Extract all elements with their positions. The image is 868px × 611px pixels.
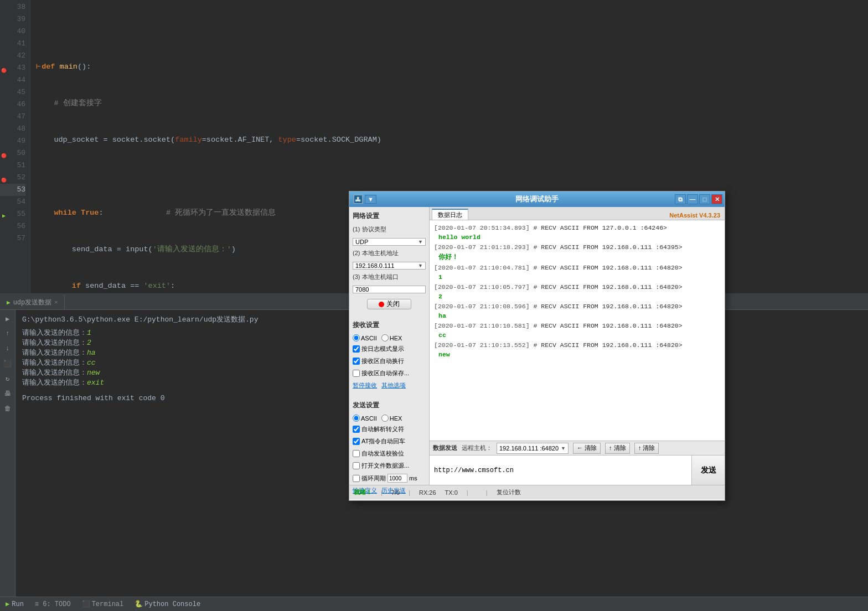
log-entry-1: [2020-01-07 20:51:34.893] # RECV ASCII F… [434, 224, 720, 232]
sidebar-down-btn[interactable]: ↓ [2, 343, 14, 355]
other-opts-link[interactable]: 其他选项 [381, 381, 406, 390]
send-button[interactable]: 发送 [691, 455, 725, 485]
gutter-51: 51 [0, 159, 25, 172]
net-title-controls: ⧉ — □ ✕ [675, 194, 722, 204]
net-menu-btn[interactable]: ▼ [365, 195, 376, 204]
net-close-btn-title[interactable]: ✕ [711, 194, 722, 204]
log-data-5: ha [438, 312, 720, 319]
close-btn-label: 关闭 [386, 299, 400, 309]
log-entry-5: [2020-01-07 21:10:08.596] # RECV ASCII F… [434, 302, 720, 311]
network-settings-title: 网络设置 [353, 211, 426, 221]
send-btn-label: 发送 [701, 465, 716, 475]
gutter-45: 45 [0, 86, 25, 99]
python-console-label: Python Console [144, 600, 200, 608]
status-run-btn[interactable]: ▶ Run [6, 600, 24, 608]
open-file-check[interactable]: 打开文件数据源... [353, 462, 426, 470]
net-assist-window: 🖧 ▼ 网络调试助手 ⧉ — □ ✕ 网络设置 (1) 协议类型 UDP ▼ (… [349, 191, 725, 501]
send-hex-label: HEX [390, 415, 402, 422]
sidebar-rerun-btn[interactable]: ↻ [2, 372, 14, 385]
tab-run-label: udp发送数据 [13, 298, 52, 307]
net-send-top: 数据发送 远程主机： 192.168.0.111 :64820 ▼ ← 清除 ↑… [430, 441, 725, 455]
gutter-52[interactable]: 52 [0, 172, 25, 184]
sidebar-print-btn[interactable]: 🖶 [2, 387, 14, 400]
remote-host-select[interactable]: 192.168.0.111 :64820 ▼ [497, 443, 569, 454]
net-right-panel: 数据日志 NetAssist V4.3.23 [2020-01-07 20:51… [430, 207, 725, 485]
tab-close-icon[interactable]: ✕ [54, 299, 58, 306]
gutter-46: 46 [0, 99, 25, 111]
ascii-radio[interactable]: ASCII [353, 334, 377, 341]
gutter-49: 49 [0, 135, 25, 147]
protocol-select[interactable]: UDP ▼ [353, 238, 426, 246]
tab-run[interactable]: ▶ udp发送数据 ✕ [0, 295, 65, 309]
net-rx: RX:26 [419, 489, 436, 496]
tab-data-log-label: 数据日志 [438, 211, 462, 219]
tab-data-log[interactable]: 数据日志 [432, 209, 468, 220]
recv-settings-title: 接收设置 [353, 320, 426, 330]
auto-save-check[interactable]: 接收区自动保存... [353, 369, 426, 377]
close-connection-btn[interactable]: 关闭 [367, 299, 411, 309]
loop-cycle-label: 循环周期 [361, 474, 386, 483]
net-app-icon: 🖧 [354, 195, 363, 204]
clear-btn2[interactable]: ↑ 清除 [634, 443, 659, 454]
loop-cycle-check[interactable]: 循环周期 ms [353, 474, 426, 483]
net-restore-btn[interactable]: ⧉ [675, 194, 686, 204]
net-minimize-btn[interactable]: — [687, 194, 698, 204]
status-todo[interactable]: ≡ 6: TODO [35, 600, 71, 608]
loop-ms-input[interactable] [388, 474, 407, 483]
auto-parse-check[interactable]: 自动解析转义符 [353, 425, 426, 433]
protocol-label: (1) 协议类型 [353, 225, 426, 234]
log-mode-check[interactable]: 按日志模式显示 [353, 345, 426, 353]
net-title-bar: 🖧 ▼ 网络调试助手 ⧉ — □ ✕ [349, 191, 725, 207]
sidebar-run-btn[interactable]: ▶ [2, 313, 14, 325]
net-body: 网络设置 (1) 协议类型 UDP ▼ (2) 本地主机地址 192.168.0… [349, 207, 725, 485]
clear-send-btn[interactable]: ↑ 清除 [605, 443, 630, 454]
gutter-41: 41 [0, 38, 25, 50]
send-ascii-label: ASCII [361, 415, 377, 422]
clear-recv-btn[interactable]: ← 清除 [573, 443, 601, 454]
gutter-54: 54 [0, 196, 25, 208]
send-ascii-radio[interactable]: ASCII [353, 415, 377, 422]
clear-recv-label: ← 清除 [577, 444, 597, 452]
status-run-label: Run [12, 600, 24, 608]
auto-wrap-check[interactable]: 接收区自动换行 [353, 357, 426, 365]
at-auto-label: AT指令自动回车 [361, 437, 405, 446]
sidebar-stop-btn[interactable]: ⬛ [2, 358, 14, 370]
net-brand: NetAssist V4.3.23 [669, 212, 720, 220]
status-terminal[interactable]: ⬛ Terminal [82, 600, 124, 608]
sidebar-trash-btn[interactable]: 🗑 [2, 402, 14, 415]
gutter-53: 53 [0, 184, 25, 196]
log-entry-3: [2020-01-07 21:10:04.781] # RECV ASCII F… [434, 263, 720, 272]
auto-checksum-check[interactable]: 自动发送校验位 [353, 449, 426, 458]
host-select[interactable]: 192.168.0.111 ▼ [353, 262, 426, 270]
port-value: 7080 [355, 286, 369, 293]
at-auto-check[interactable]: AT指令自动回车 [353, 437, 426, 446]
auto-save-label: 接收区自动保存... [361, 369, 409, 377]
send-label: 数据发送 [433, 444, 457, 452]
remote-arrow-icon: ▼ [561, 446, 566, 451]
console-sidebar: ▶ ↑ ↓ ⬛ ↻ 🖶 🗑 [0, 310, 16, 611]
send-format-group: ASCII HEX [353, 415, 426, 422]
gutter-43[interactable]: 43 [0, 62, 25, 74]
log-data-2: 你好！ [438, 253, 720, 261]
status-bar: ▶ Run ≡ 6: TODO ⬛ Terminal 🐍 Python Cons… [0, 597, 868, 611]
clear-btn2-label: ↑ 清除 [638, 444, 655, 452]
host-arrow-icon: ▼ [418, 263, 423, 268]
send-input[interactable] [430, 455, 691, 485]
gutter-50[interactable]: 50 [0, 147, 25, 159]
log-entry-2: [2020-01-07 21:01:18.293] # RECV ASCII F… [434, 243, 720, 252]
net-log-area: [2020-01-07 20:51:34.893] # RECV ASCII F… [430, 220, 725, 441]
net-maximize-btn[interactable]: □ [699, 194, 710, 204]
log-mode-label: 按日志模式显示 [361, 345, 404, 353]
status-python-console[interactable]: 🐍 Python Console [135, 600, 200, 608]
code-line-39: ⊢def main(): [36, 61, 868, 73]
port-input[interactable]: 7080 [353, 286, 426, 293]
hex-radio[interactable]: HEX [381, 334, 402, 341]
run-triangle-icon: ▶ [6, 600, 9, 608]
send-hex-radio[interactable]: HEX [381, 415, 402, 422]
sidebar-up-btn[interactable]: ↑ [2, 328, 14, 340]
net-reset-count[interactable]: 复位计数 [497, 488, 521, 496]
auto-parse-label: 自动解析转义符 [361, 425, 404, 433]
host-label: (2) 本地主机地址 [353, 249, 426, 257]
host-value: 192.168.0.111 [355, 262, 394, 269]
pause-recv-link[interactable]: 暂停接收 [353, 381, 377, 390]
